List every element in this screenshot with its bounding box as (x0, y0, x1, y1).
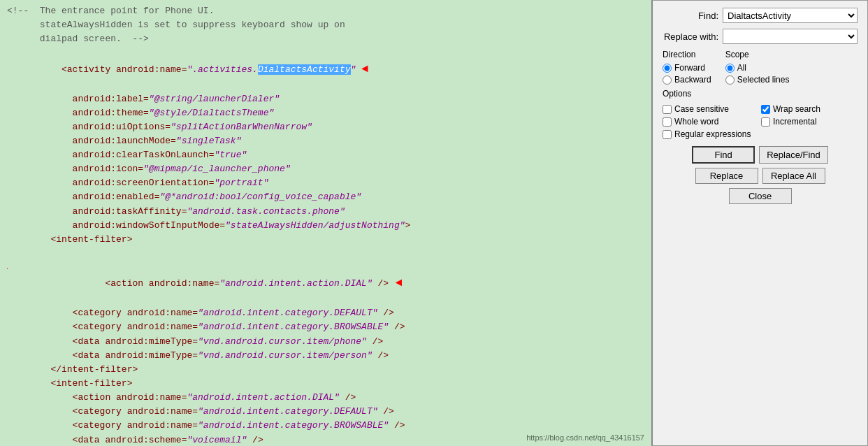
code-line: android:windowSoftInputMode="stateAlways… (7, 219, 644, 233)
code-line: <!-- The entrance point for Phone UI. (7, 4, 644, 18)
regex-checkbox[interactable] (663, 130, 672, 139)
direction-group: Direction Forward Backward (663, 50, 711, 85)
find-button[interactable]: Find (692, 146, 755, 164)
replace-label: Replace with: (663, 31, 718, 42)
code-line: stateAlwaysHidden is set to suppress key… (7, 18, 644, 32)
code-line: ► <action android:name="android.intent.a… (7, 247, 644, 306)
find-replace-dialog: Find: DialtactsActivity Replace with: Di… (651, 0, 868, 446)
code-line: android:clearTaskOnLaunch="true" (7, 148, 644, 162)
code-line: android:theme="@style/DialtactsTheme" (7, 106, 644, 120)
code-line: <activity android:name=".activities.Dial… (7, 46, 644, 92)
code-line: <intent-filter> (7, 377, 644, 391)
case-sensitive-row: Case sensitive (663, 104, 759, 114)
wrap-search-row: Wrap search (761, 104, 858, 114)
selected-lines-radio[interactable] (725, 75, 735, 85)
wrap-search-checkbox[interactable] (761, 105, 770, 114)
button-row-2: Replace Replace All (663, 168, 858, 184)
direction-scope-section: Direction Forward Backward Scope All Sel… (663, 50, 858, 85)
all-label: All (737, 63, 746, 73)
checkboxes-area: Case sensitive Wrap search Whole word In… (663, 104, 858, 139)
whole-word-row: Whole word (663, 117, 759, 127)
incremental-label: Incremental (773, 117, 817, 127)
backward-label: Backward (674, 75, 711, 85)
case-sensitive-checkbox[interactable] (663, 105, 672, 114)
code-editor: <!-- The entrance point for Phone UI. st… (0, 0, 651, 446)
options-title: Options (663, 89, 858, 99)
forward-radio-row: Forward (663, 63, 711, 73)
forward-radio[interactable] (663, 64, 672, 73)
code-line: android:launchMode="singleTask" (7, 134, 644, 148)
incremental-row: Incremental (761, 117, 858, 127)
code-line: android:taskAffinity="android.task.conta… (7, 205, 644, 219)
scope-group: Scope All Selected lines (725, 50, 790, 85)
incremental-checkbox[interactable] (761, 117, 770, 127)
find-input[interactable]: DialtactsActivity (723, 8, 858, 23)
code-line: </intent-filter> (7, 363, 644, 377)
find-label: Find: (663, 10, 718, 21)
regex-label: Regular expressions (674, 129, 751, 139)
direction-title: Direction (663, 50, 711, 59)
code-line: <category android:name="android.intent.c… (7, 405, 644, 419)
replace-find-button[interactable]: Replace/Find (759, 146, 828, 164)
checkbox-row-1: Case sensitive Wrap search (663, 104, 858, 114)
code-line: <category android:name="android.intent.c… (7, 320, 644, 334)
code-line: android:uiOptions="splitActionBarWhenNar… (7, 120, 644, 134)
code-line: android:label="@string/launcherDialer" (7, 92, 644, 106)
forward-label: Forward (674, 63, 705, 73)
code-line: <category android:name="android.intent.c… (7, 419, 644, 433)
case-sensitive-label: Case sensitive (674, 104, 729, 114)
find-row: Find: DialtactsActivity (663, 8, 858, 23)
backward-radio[interactable] (663, 75, 672, 85)
watermark: https://blog.csdn.net/qq_43416157 (526, 433, 644, 442)
code-line: <data android:mimeType="vnd.android.curs… (7, 349, 644, 363)
code-line: android:screenOrientation="portrait" (7, 176, 644, 190)
replace-input[interactable] (723, 29, 858, 44)
scope-title: Scope (725, 50, 790, 59)
all-radio-row: All (725, 63, 790, 73)
button-row-close: Close (663, 188, 858, 204)
close-button[interactable]: Close (729, 188, 792, 204)
code-line: <data android:mimeType="vnd.android.curs… (7, 335, 644, 349)
backward-radio-row: Backward (663, 75, 711, 85)
code-line: android:enabled="@*android:bool/config_v… (7, 190, 644, 204)
regex-row: Regular expressions (663, 129, 858, 139)
code-line: <intent-filter> (7, 233, 644, 247)
code-line: dialpad screen. --> (7, 32, 644, 46)
code-line: android:icon="@mipmap/ic_launcher_phone" (7, 162, 644, 176)
button-row-1: Find Replace/Find (663, 146, 858, 164)
wrap-search-label: Wrap search (773, 104, 820, 114)
whole-word-label: Whole word (674, 117, 718, 127)
all-radio[interactable] (725, 64, 735, 73)
selected-lines-radio-row: Selected lines (725, 75, 790, 85)
replace-row: Replace with: (663, 29, 858, 44)
code-line: <category android:name="android.intent.c… (7, 306, 644, 320)
whole-word-checkbox[interactable] (663, 117, 672, 127)
replace-all-button[interactable]: Replace All (762, 168, 825, 184)
selected-lines-label: Selected lines (737, 75, 790, 85)
checkbox-row-2: Whole word Incremental (663, 117, 858, 127)
code-line: <action android:name="android.intent.act… (7, 391, 644, 405)
replace-button[interactable]: Replace (695, 168, 758, 184)
